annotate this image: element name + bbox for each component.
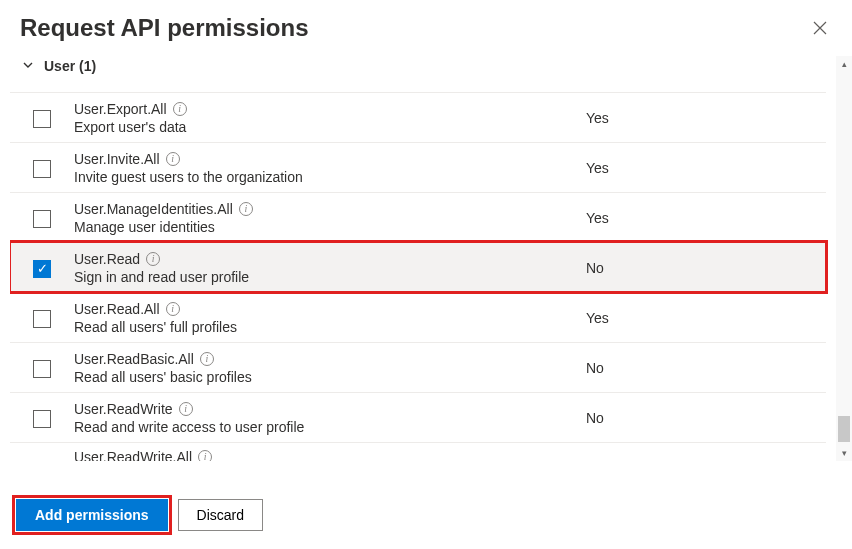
- permission-info: User.ReadWriteiRead and write access to …: [74, 401, 586, 435]
- permission-name: User.ReadBasic.All: [74, 351, 194, 367]
- permission-checkbox[interactable]: [33, 310, 51, 328]
- permission-row[interactable]: User.Export.AlliExport user's dataYes: [10, 92, 826, 142]
- info-icon[interactable]: i: [146, 252, 160, 266]
- checkbox-cell: [10, 358, 74, 378]
- checkbox-cell: ✓: [10, 258, 74, 278]
- admin-consent-value: No: [586, 410, 826, 426]
- permission-info: User.ReadBasic.AlliRead all users' basic…: [74, 351, 586, 385]
- discard-button[interactable]: Discard: [178, 499, 263, 531]
- permission-name: User.ReadWrite.All: [74, 449, 192, 461]
- admin-consent-value: Yes: [586, 310, 826, 326]
- permission-row[interactable]: ✓User.ReadiSign in and read user profile…: [10, 242, 826, 292]
- permissions-list: User.Export.AlliExport user's dataYesUse…: [10, 92, 826, 461]
- permission-name: User.ManageIdentities.All: [74, 201, 233, 217]
- permission-row[interactable]: User.ReadBasic.AlliRead all users' basic…: [10, 342, 826, 392]
- info-icon[interactable]: i: [173, 102, 187, 116]
- group-label: User (1): [44, 58, 96, 74]
- permission-info: User.Read.AlliRead all users' full profi…: [74, 301, 586, 335]
- permission-name-line: User.ReadWrite.Alli: [74, 449, 576, 461]
- permission-checkbox[interactable]: [33, 210, 51, 228]
- permission-checkbox[interactable]: [33, 410, 51, 428]
- permission-row[interactable]: User.Read.AlliRead all users' full profi…: [10, 292, 826, 342]
- permission-checkbox[interactable]: [33, 110, 51, 128]
- permission-name-line: User.Export.Alli: [74, 101, 576, 117]
- permission-name-line: User.Read.Alli: [74, 301, 576, 317]
- permissions-scroll-area: User.Export.AlliExport user's dataYesUse…: [10, 92, 852, 461]
- admin-consent-value: Yes: [586, 210, 826, 226]
- permission-description: Read all users' full profiles: [74, 319, 576, 335]
- admin-consent-value: No: [586, 360, 826, 376]
- permission-name: User.ReadWrite: [74, 401, 173, 417]
- permission-info: User.Export.AlliExport user's data: [74, 101, 586, 135]
- checkbox-cell: [10, 456, 74, 458]
- scroll-up-button[interactable]: ▴: [836, 56, 852, 72]
- info-icon[interactable]: i: [166, 302, 180, 316]
- scroll-down-button[interactable]: ▾: [836, 445, 852, 461]
- permission-description: Invite guest users to the organization: [74, 169, 576, 185]
- close-button[interactable]: [808, 16, 832, 40]
- info-icon[interactable]: i: [166, 152, 180, 166]
- permission-description: Manage user identities: [74, 219, 576, 235]
- permission-name-line: User.ReadWritei: [74, 401, 576, 417]
- permission-checkbox[interactable]: [33, 360, 51, 378]
- admin-consent-value: No: [586, 260, 826, 276]
- permission-description: Read and write access to user profile: [74, 419, 576, 435]
- info-icon[interactable]: i: [179, 402, 193, 416]
- permission-checkbox[interactable]: [33, 160, 51, 178]
- info-icon[interactable]: i: [239, 202, 253, 216]
- scrollbar-vertical[interactable]: ▴ ▾: [836, 56, 852, 461]
- admin-consent-value: Yes: [586, 160, 826, 176]
- checkbox-cell: [10, 208, 74, 228]
- permission-name: User.Invite.All: [74, 151, 160, 167]
- permission-row[interactable]: User.Invite.AlliInvite guest users to th…: [10, 142, 826, 192]
- admin-consent-value: Yes: [586, 110, 826, 126]
- scroll-thumb[interactable]: [838, 416, 850, 442]
- page-title: Request API permissions: [20, 14, 309, 42]
- info-icon[interactable]: i: [198, 450, 212, 461]
- permission-description: Export user's data: [74, 119, 576, 135]
- permission-name: User.Export.All: [74, 101, 167, 117]
- permission-name-line: User.Invite.Alli: [74, 151, 576, 167]
- add-permissions-button[interactable]: Add permissions: [16, 499, 168, 531]
- permission-name: User.Read: [74, 251, 140, 267]
- permission-row[interactable]: User.ReadWrite.Alli: [10, 442, 826, 461]
- group-header-user[interactable]: User (1): [0, 50, 852, 84]
- permission-description: Read all users' basic profiles: [74, 369, 576, 385]
- permission-name-line: User.Readi: [74, 251, 576, 267]
- permission-row[interactable]: User.ManageIdentities.AlliManage user id…: [10, 192, 826, 242]
- checkbox-cell: [10, 408, 74, 428]
- permission-info: User.Invite.AlliInvite guest users to th…: [74, 151, 586, 185]
- checkbox-cell: [10, 308, 74, 328]
- permission-info: User.ReadWrite.Alli: [74, 449, 586, 461]
- close-icon: [813, 21, 827, 35]
- permission-info: User.ManageIdentities.AlliManage user id…: [74, 201, 586, 235]
- chevron-down-icon: [22, 58, 34, 74]
- permission-checkbox[interactable]: ✓: [33, 260, 51, 278]
- checkbox-cell: [10, 158, 74, 178]
- info-icon[interactable]: i: [200, 352, 214, 366]
- permission-description: Sign in and read user profile: [74, 269, 576, 285]
- permission-name-line: User.ReadBasic.Alli: [74, 351, 576, 367]
- permission-row[interactable]: User.ReadWriteiRead and write access to …: [10, 392, 826, 442]
- permission-info: User.ReadiSign in and read user profile: [74, 251, 586, 285]
- permission-name: User.Read.All: [74, 301, 160, 317]
- permission-name-line: User.ManageIdentities.Alli: [74, 201, 576, 217]
- checkbox-cell: [10, 108, 74, 128]
